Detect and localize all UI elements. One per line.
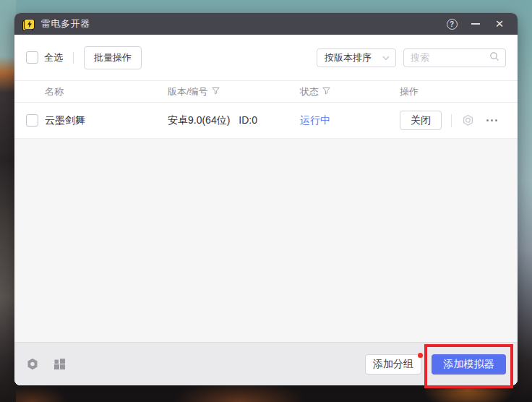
footer-buttons: 添加分组 添加模拟器 — [365, 354, 506, 375]
help-button[interactable]: ? — [442, 14, 461, 33]
desktop-wallpaper-mountain — [0, 0, 16, 402]
settings-gear-icon[interactable] — [461, 114, 475, 127]
add-emulator-button[interactable]: 添加模拟器 — [432, 354, 506, 375]
header-status-label: 状态 — [300, 85, 319, 98]
emulator-version: 安卓9.0(64位) — [168, 114, 230, 127]
add-group-button[interactable]: 添加分组 — [365, 354, 421, 375]
close-icon: × — [495, 18, 503, 30]
row-actions: 关闭 — [400, 111, 506, 130]
grid-view-icon[interactable] — [53, 358, 66, 370]
chevron-down-icon — [382, 52, 390, 63]
emulator-name: 云墨剑舞 — [45, 114, 168, 127]
header-status: 状态 — [300, 85, 400, 98]
filter-icon[interactable] — [322, 86, 330, 97]
search-input[interactable] — [411, 52, 489, 63]
app-window: 雷电多开器 ? × 全选 批量操作 按版本排序 — [14, 13, 518, 385]
table-header: 名称 版本/编号 状态 操作 — [14, 80, 518, 103]
close-emulator-button[interactable]: 关闭 — [400, 111, 442, 130]
filter-icon[interactable] — [212, 86, 220, 97]
global-settings-icon[interactable] — [26, 357, 39, 371]
toolbar: 全选 批量操作 按版本排序 — [14, 35, 518, 80]
close-button[interactable]: × — [490, 14, 509, 33]
footer-icons — [26, 357, 66, 371]
select-all-checkbox[interactable] — [26, 51, 38, 64]
notification-dot — [418, 353, 423, 358]
minimize-icon — [471, 23, 480, 25]
select-all-label: 全选 — [44, 51, 63, 64]
empty-list-area — [14, 139, 518, 342]
more-options-icon[interactable] — [485, 116, 499, 124]
row-checkbox[interactable] — [26, 114, 38, 127]
search-icon — [489, 51, 499, 64]
footer-bar: 添加分组 添加模拟器 — [14, 342, 518, 385]
search-box — [403, 48, 506, 67]
titlebar-controls: ? × — [442, 14, 509, 33]
status-badge: 运行中 — [300, 114, 400, 127]
titlebar: 雷电多开器 ? × — [14, 13, 518, 35]
actions-divider — [451, 114, 452, 127]
emulator-row[interactable]: 云墨剑舞 安卓9.0(64位) ID:0 运行中 关闭 — [14, 103, 518, 139]
minimize-button[interactable] — [466, 14, 485, 33]
window-title: 雷电多开器 — [41, 17, 90, 30]
add-group-label: 添加分组 — [373, 358, 413, 369]
sort-dropdown-value: 按版本排序 — [325, 51, 372, 64]
emulator-id: ID:0 — [239, 114, 257, 127]
lightning-icon — [27, 21, 33, 28]
header-version-label: 版本/编号 — [168, 85, 208, 98]
app-logo-icon — [24, 19, 35, 30]
toolbar-right: 按版本排序 — [317, 48, 506, 67]
sort-dropdown[interactable]: 按版本排序 — [317, 48, 396, 67]
help-icon: ? — [447, 19, 458, 30]
emulator-version-cell: 安卓9.0(64位) ID:0 — [168, 114, 300, 127]
header-version: 版本/编号 — [168, 85, 300, 98]
batch-operations-button[interactable]: 批量操作 — [84, 46, 142, 69]
header-name: 名称 — [45, 85, 168, 98]
header-actions: 操作 — [400, 85, 506, 98]
toolbar-divider — [73, 52, 74, 64]
